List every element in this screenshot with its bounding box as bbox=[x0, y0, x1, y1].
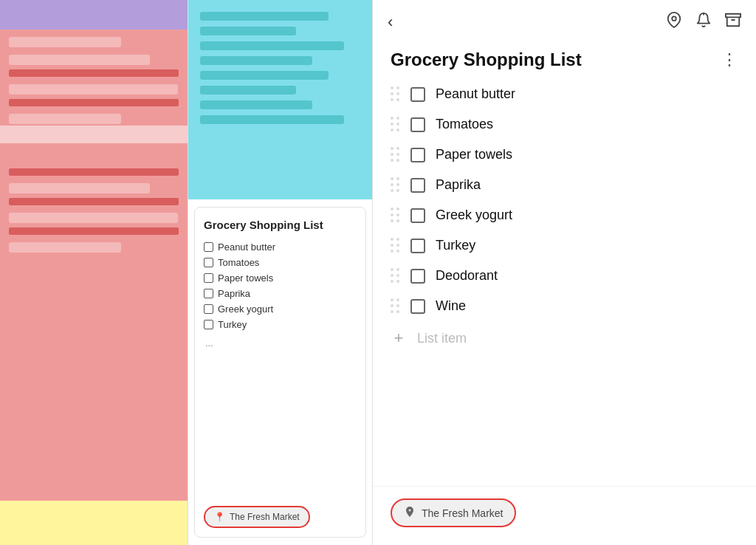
drag-handle[interactable] bbox=[391, 268, 400, 284]
teal-blur-line bbox=[200, 86, 296, 95]
blur-block bbox=[9, 168, 179, 176]
item-label: Wine bbox=[436, 298, 738, 314]
item-label: Paprika bbox=[218, 288, 250, 299]
middle-grocery-title: Grocery Shopping List bbox=[204, 218, 357, 233]
middle-panel: Grocery Shopping List Peanut butter Toma… bbox=[188, 0, 373, 545]
checkbox[interactable] bbox=[410, 178, 425, 193]
pin-icon bbox=[404, 506, 416, 520]
drag-handle[interactable] bbox=[391, 86, 400, 102]
drag-handle[interactable] bbox=[391, 147, 400, 162]
checkbox[interactable] bbox=[204, 320, 213, 329]
blur-block bbox=[9, 227, 179, 235]
list-item[interactable]: Paper towels bbox=[373, 140, 756, 170]
blur-line bbox=[9, 213, 178, 223]
drag-handle[interactable] bbox=[391, 208, 400, 223]
header-icons bbox=[666, 12, 741, 32]
teal-blur-line bbox=[200, 71, 329, 80]
middle-location-badge[interactable]: 📍 The Fresh Market bbox=[204, 506, 310, 528]
item-label: Greek yogurt bbox=[218, 304, 273, 315]
middle-card-teal bbox=[188, 0, 372, 199]
item-label: Peanut butter bbox=[436, 86, 738, 102]
item-label: Paper towels bbox=[218, 272, 273, 284]
list-item[interactable]: Wine bbox=[373, 291, 756, 321]
checkbox[interactable] bbox=[410, 239, 425, 253]
teal-blur-line bbox=[200, 56, 312, 65]
list-item[interactable]: Deodorant bbox=[373, 261, 756, 291]
right-location-badge[interactable]: The Fresh Market bbox=[391, 498, 516, 527]
right-location-label: The Fresh Market bbox=[422, 507, 503, 519]
blur-line bbox=[9, 55, 150, 65]
middle-location-label: The Fresh Market bbox=[230, 512, 300, 522]
teal-blur-line bbox=[200, 115, 344, 124]
item-label: Paprika bbox=[436, 177, 738, 193]
checkbox[interactable] bbox=[204, 258, 213, 267]
list-item[interactable]: Paprika bbox=[373, 170, 756, 200]
checkbox[interactable] bbox=[204, 289, 213, 298]
blur-block bbox=[9, 99, 179, 106]
add-icon: + bbox=[391, 329, 407, 348]
blur-line bbox=[9, 37, 121, 47]
drag-handle[interactable] bbox=[391, 177, 400, 193]
checkbox[interactable] bbox=[410, 148, 425, 162]
drag-handle[interactable] bbox=[391, 117, 400, 132]
blur-block bbox=[9, 198, 179, 205]
drag-handle[interactable] bbox=[391, 238, 400, 253]
blur-block bbox=[9, 69, 179, 77]
teal-blur-line bbox=[200, 12, 329, 21]
blur-line bbox=[9, 84, 178, 95]
reminder-icon[interactable] bbox=[695, 12, 712, 32]
pin-icon: 📍 bbox=[214, 512, 225, 522]
right-title-row: Grocery Shopping List ⋮ bbox=[373, 38, 756, 76]
right-footer: The Fresh Market bbox=[373, 486, 756, 545]
teal-blur-line bbox=[200, 41, 344, 50]
svg-point-0 bbox=[672, 16, 676, 21]
checkbox[interactable] bbox=[410, 269, 425, 284]
left-panel bbox=[0, 0, 188, 545]
list-item[interactable]: Turkey bbox=[373, 230, 756, 261]
item-label: Peanut butter bbox=[218, 241, 275, 253]
blur-line bbox=[9, 183, 150, 193]
checkbox[interactable] bbox=[410, 117, 425, 132]
svg-rect-2 bbox=[726, 14, 740, 18]
blur-line bbox=[9, 114, 121, 124]
middle-grocery-card: Grocery Shopping List Peanut butter Toma… bbox=[194, 207, 366, 538]
checkbox[interactable] bbox=[410, 87, 425, 102]
add-item-row[interactable]: + List item bbox=[373, 321, 756, 355]
right-header: ‹ bbox=[373, 0, 756, 38]
list-item[interactable]: Peanut butter bbox=[373, 79, 756, 109]
checkbox[interactable] bbox=[204, 304, 213, 314]
blur-line bbox=[9, 242, 121, 253]
list-item[interactable]: Peanut butter bbox=[204, 241, 357, 253]
item-label: Deodorant bbox=[436, 268, 738, 284]
more-options-button[interactable]: ⋮ bbox=[721, 50, 738, 69]
checkbox[interactable] bbox=[410, 208, 425, 223]
checkbox[interactable] bbox=[204, 273, 213, 283]
teal-blur-line bbox=[200, 27, 296, 35]
left-card-yellow bbox=[0, 501, 188, 545]
right-list: Peanut butter Tomatoes Paper towels bbox=[373, 76, 756, 486]
checkbox[interactable] bbox=[410, 299, 425, 314]
list-item[interactable]: Paper towels bbox=[204, 272, 357, 284]
right-title: Grocery Shopping List bbox=[391, 49, 582, 70]
left-card-red-1 bbox=[0, 30, 188, 265]
list-item[interactable]: Paprika bbox=[204, 288, 357, 299]
list-item[interactable]: Greek yogurt bbox=[204, 304, 357, 315]
checkbox[interactable] bbox=[204, 242, 213, 252]
pin-icon[interactable] bbox=[666, 12, 682, 32]
list-item[interactable]: Tomatoes bbox=[204, 257, 357, 268]
add-item-placeholder: List item bbox=[417, 331, 467, 346]
item-label: Tomatoes bbox=[436, 117, 738, 132]
list-item[interactable]: Turkey bbox=[204, 319, 357, 330]
highlight-strip bbox=[0, 126, 188, 143]
item-label: Turkey bbox=[436, 238, 738, 253]
right-panel: ‹ Grocery Shopping bbox=[373, 0, 756, 545]
back-button[interactable]: ‹ bbox=[388, 13, 393, 32]
archive-icon[interactable] bbox=[725, 12, 741, 32]
drag-handle[interactable] bbox=[391, 298, 400, 314]
list-item[interactable]: Tomatoes bbox=[373, 109, 756, 140]
item-label: Greek yogurt bbox=[436, 208, 738, 223]
ellipsis: ... bbox=[205, 337, 357, 349]
item-label: Turkey bbox=[218, 319, 247, 330]
left-card-red-bottom bbox=[0, 265, 188, 501]
list-item[interactable]: Greek yogurt bbox=[373, 200, 756, 230]
